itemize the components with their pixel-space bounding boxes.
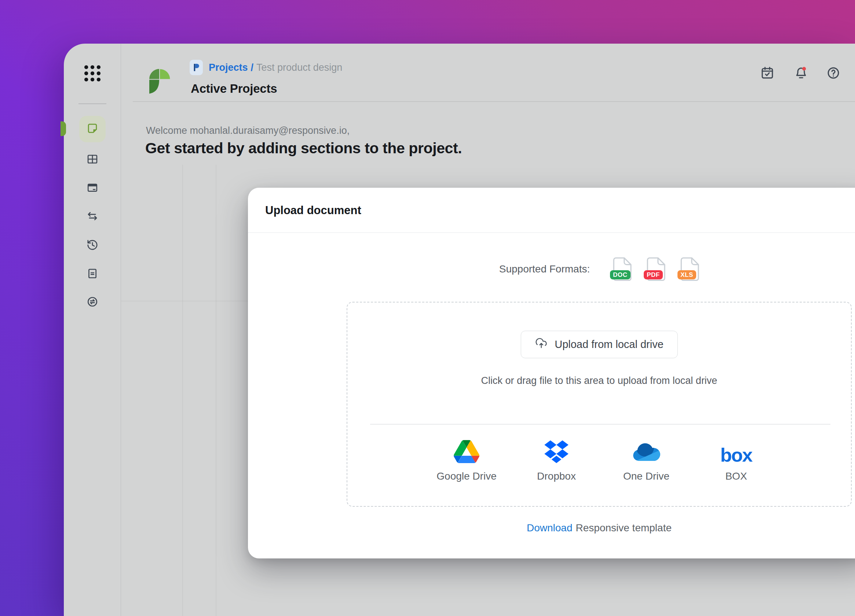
- breadcrumb-projects-link[interactable]: Projects: [209, 62, 248, 73]
- doc-badge: DOC: [610, 270, 630, 280]
- sidebar-item-notes[interactable]: [86, 267, 99, 280]
- sidebar-item-sync[interactable]: [86, 295, 99, 308]
- sidebar: [64, 44, 121, 616]
- dropbox-icon: [512, 431, 602, 463]
- upload-document-modal: Upload document Supported Formats: DOC P…: [248, 188, 855, 558]
- download-template-row: DownloadResponsive template: [346, 522, 852, 534]
- note-icon: [86, 122, 99, 136]
- notifications-bell-icon[interactable]: [794, 66, 808, 80]
- box-logo: box: [691, 431, 781, 463]
- background-grid-line: [216, 165, 216, 616]
- supported-formats-row: Supported Formats: DOC PDF: [346, 254, 852, 284]
- responsive-logo: [147, 67, 172, 101]
- drop-hint-text: Click or drag file to this area to uploa…: [347, 375, 851, 387]
- breadcrumb: Projects/Test product design: [209, 62, 342, 73]
- upload-button-label: Upload from local drive: [555, 338, 663, 350]
- upload-local-drive-button[interactable]: Upload from local drive: [521, 331, 678, 358]
- cloud-upload-icon: [535, 337, 547, 352]
- sidebar-divider: [78, 103, 106, 104]
- provider-box[interactable]: box BOX: [691, 431, 781, 482]
- doc-file-icon: DOC: [613, 257, 631, 281]
- active-indicator-peek: [61, 121, 66, 136]
- provider-dropbox[interactable]: Dropbox: [512, 431, 602, 482]
- help-icon[interactable]: [826, 66, 841, 80]
- headline-text: Get started by adding sections to the pr…: [145, 140, 462, 157]
- header-divider: [133, 101, 855, 102]
- project-flag-icon: [190, 60, 203, 75]
- app-grid-menu-icon[interactable]: [83, 63, 102, 83]
- transfer-circle-icon: [86, 303, 99, 309]
- history-icon: [86, 246, 99, 252]
- provider-label: Dropbox: [512, 471, 602, 482]
- xls-file-icon: XLS: [680, 257, 699, 281]
- provider-onedrive[interactable]: One Drive: [602, 431, 691, 482]
- sidebar-item-cards[interactable]: [86, 182, 99, 194]
- sidebar-item-history[interactable]: [86, 239, 99, 251]
- pdf-file-icon: PDF: [646, 257, 665, 281]
- provider-label: One Drive: [602, 471, 691, 482]
- sidebar-item-documents[interactable]: [79, 116, 106, 142]
- breadcrumb-separator: /: [251, 62, 254, 73]
- sidebar-item-transfers[interactable]: [86, 210, 99, 223]
- upload-dropzone[interactable]: Upload from local drive Click or drag fi…: [346, 302, 852, 507]
- provider-google-drive[interactable]: Google Drive: [422, 431, 512, 482]
- table-icon: [86, 160, 99, 167]
- xls-badge: XLS: [677, 270, 696, 280]
- document-lines-icon: [86, 275, 99, 281]
- sidebar-item-table[interactable]: [86, 153, 99, 165]
- card-icon: [86, 189, 99, 195]
- notification-dot: [802, 67, 806, 71]
- onedrive-icon: [602, 431, 691, 463]
- background-grid-line: [182, 165, 183, 616]
- google-drive-icon: [422, 431, 512, 463]
- pdf-badge: PDF: [644, 270, 663, 280]
- download-template-text: Responsive template: [576, 522, 672, 533]
- box-wordmark: box: [720, 447, 752, 463]
- page-title: Active Projects: [191, 82, 277, 96]
- swap-arrows-icon: [86, 217, 99, 224]
- cloud-providers-row: Google Drive Dropbox: [352, 431, 851, 482]
- breadcrumb-current: Test product design: [256, 62, 342, 73]
- background-grid-line: [121, 301, 248, 301]
- provider-label: Google Drive: [422, 471, 512, 482]
- welcome-text: Welcome mohanlal.duraisamy@responsive.io…: [146, 125, 349, 136]
- modal-content: Supported Formats: DOC PDF: [346, 188, 852, 558]
- calendar-check-icon[interactable]: [760, 66, 775, 80]
- dropzone-divider: [370, 424, 830, 425]
- supported-formats-label: Supported Formats:: [499, 263, 590, 275]
- provider-label: BOX: [691, 471, 781, 482]
- download-link[interactable]: Download: [527, 522, 573, 533]
